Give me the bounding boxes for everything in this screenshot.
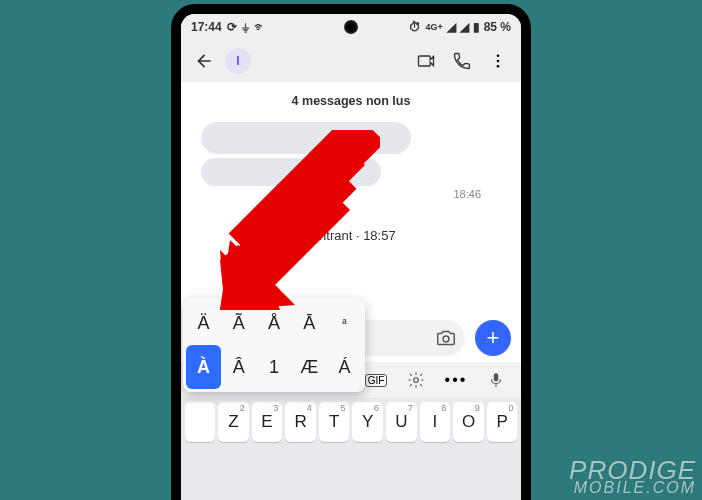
avatar[interactable]: I xyxy=(225,48,251,74)
sync-icon: ⟳ xyxy=(227,20,237,34)
signal-icon: ◢ xyxy=(460,20,469,34)
alarm-icon: ⏱ xyxy=(409,20,421,34)
accent-key[interactable]: Ä xyxy=(186,301,221,345)
video-icon xyxy=(416,51,436,71)
key-y[interactable]: Y6 xyxy=(352,402,383,442)
mic-icon xyxy=(487,371,505,389)
message-list[interactable]: 4 messages non lus 18:46 Appel vocal ent… xyxy=(181,82,521,251)
video-call-button[interactable] xyxy=(411,46,441,76)
message-timestamp: 18:46 xyxy=(181,188,521,200)
key-r[interactable]: R4 xyxy=(285,402,316,442)
accent-key[interactable]: ª xyxy=(327,301,362,345)
key-e[interactable]: E3 xyxy=(252,402,283,442)
key-a[interactable] xyxy=(185,402,216,442)
phone-icon xyxy=(452,51,472,71)
key-o[interactable]: O9 xyxy=(453,402,484,442)
settings-button[interactable] xyxy=(397,366,435,394)
call-log-entry[interactable]: Appel vocal entrant · 18:57 xyxy=(181,228,521,243)
menu-button[interactable] xyxy=(483,46,513,76)
keyboard: Z2E3R4T5Y6U7I8O9P0 xyxy=(181,398,521,500)
keyboard-row-1: Z2E3R4T5Y6U7I8O9P0 xyxy=(181,398,521,442)
kebab-icon xyxy=(489,52,507,70)
key-u[interactable]: U7 xyxy=(386,402,417,442)
wifi-icon: ᯤ xyxy=(254,20,266,34)
signal-icon: ◢ xyxy=(447,20,456,34)
svg-point-0 xyxy=(497,54,500,57)
svg-point-2 xyxy=(497,65,500,68)
svg-rect-5 xyxy=(494,373,499,381)
usb-icon: ⏚ xyxy=(242,20,249,34)
app-bar: I xyxy=(181,40,521,82)
accent-popup: ÄÃÅĀª ÀÂ1ÆÁ xyxy=(183,298,365,392)
watermark-line2: MOBILE.COM xyxy=(569,481,696,494)
camera-icon xyxy=(435,327,457,349)
svg-point-1 xyxy=(497,60,500,63)
camera-button[interactable] xyxy=(435,327,457,349)
battery-icon: ▮ xyxy=(473,20,480,34)
back-arrow-icon xyxy=(194,51,214,71)
gif-icon: GIF xyxy=(365,374,388,387)
more-button[interactable]: ••• xyxy=(437,366,475,394)
phone-frame: 17:44 ⟳ ⏚ ᯤ ⏱ 4G+ ◢ ◢ ▮ 85 % I xyxy=(171,4,531,500)
network-badge: 4G+ xyxy=(425,22,442,32)
battery-text: 85 % xyxy=(484,20,511,34)
key-p[interactable]: P0 xyxy=(487,402,518,442)
accent-key[interactable]: Ã xyxy=(221,301,256,345)
message-bubble[interactable] xyxy=(201,122,411,154)
accent-key[interactable]: Æ xyxy=(292,345,327,389)
watermark-line1: PRODIGE xyxy=(569,460,696,481)
accent-key[interactable]: 1 xyxy=(256,345,291,389)
unread-banner: 4 messages non lus xyxy=(181,90,521,118)
ellipsis-icon: ••• xyxy=(445,371,468,389)
key-t[interactable]: T5 xyxy=(319,402,350,442)
screen: 17:44 ⟳ ⏚ ᯤ ⏱ 4G+ ◢ ◢ ▮ 85 % I xyxy=(181,14,521,500)
accent-key[interactable]: Â xyxy=(221,345,256,389)
add-button[interactable]: + xyxy=(475,320,511,356)
back-button[interactable] xyxy=(189,46,219,76)
plus-icon: + xyxy=(487,325,500,351)
front-camera xyxy=(344,20,358,34)
accent-key[interactable]: Á xyxy=(327,345,362,389)
gear-icon xyxy=(407,371,425,389)
accent-key[interactable]: Å xyxy=(256,301,291,345)
key-i[interactable]: I8 xyxy=(420,402,451,442)
svg-point-4 xyxy=(414,378,419,383)
status-bar: 17:44 ⟳ ⏚ ᯤ ⏱ 4G+ ◢ ◢ ▮ 85 % xyxy=(181,14,521,40)
message-bubble[interactable] xyxy=(201,158,381,186)
accent-key[interactable]: Ā xyxy=(292,301,327,345)
avatar-initial: I xyxy=(236,54,239,68)
watermark: PRODIGE MOBILE.COM xyxy=(569,460,696,494)
mic-button[interactable] xyxy=(477,366,515,394)
voice-call-button[interactable] xyxy=(447,46,477,76)
key-z[interactable]: Z2 xyxy=(218,402,249,442)
accent-key[interactable]: À xyxy=(186,345,221,389)
status-time: 17:44 xyxy=(191,20,222,34)
svg-point-3 xyxy=(443,336,449,342)
